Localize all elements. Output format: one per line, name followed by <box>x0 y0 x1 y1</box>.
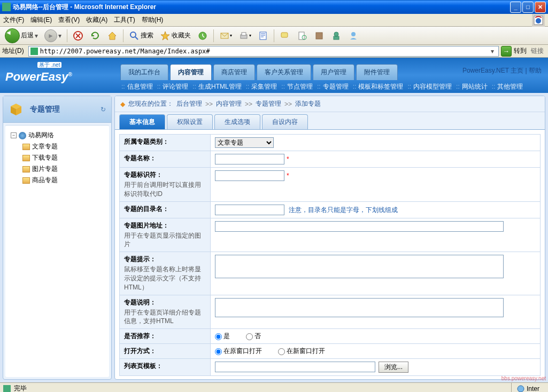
edit-button[interactable] <box>255 28 271 43</box>
print-button[interactable]: ▾ <box>236 28 254 43</box>
subnav-model[interactable]: 内容模型管理 <box>406 82 453 91</box>
nav-tab-crm[interactable]: 客户关系管理 <box>257 64 311 80</box>
back-button[interactable]: ◄后退▾ <box>2 28 41 43</box>
tab-custom[interactable]: 自设内容 <box>262 114 308 129</box>
home-button[interactable] <box>104 28 120 43</box>
breadcrumb-2[interactable]: 专题管理 <box>256 99 281 108</box>
radio-recommend-no[interactable]: 否 <box>246 332 261 340</box>
watermark: bbs.powereasy.net <box>501 375 546 381</box>
subnav-info[interactable]: 信息管理 <box>120 82 154 91</box>
name-input[interactable] <box>215 154 284 164</box>
radio-open-new[interactable]: 在新窗口打开 <box>278 347 325 355</box>
svg-rect-8 <box>260 32 266 40</box>
tab-generate[interactable]: 生成选项 <box>214 114 260 129</box>
subnav-stats[interactable]: 网站统计 <box>455 82 489 91</box>
go-button[interactable]: → <box>501 46 512 57</box>
url-input-box[interactable]: ▾ <box>28 46 499 57</box>
mail-button[interactable]: ▾ <box>217 28 235 43</box>
app-content: 基于 .net PowerEasy® 我的工作台 内容管理 商店管理 客户关系管… <box>0 58 548 382</box>
tab-permission[interactable]: 权限设置 <box>167 114 213 129</box>
collapse-icon[interactable]: − <box>11 132 17 138</box>
refresh-icon[interactable]: ↻ <box>101 106 106 113</box>
subnav-node[interactable]: 节点管理 <box>280 82 314 91</box>
history-button[interactable] <box>195 28 211 43</box>
favorites-button[interactable]: 收藏夹 <box>157 28 194 43</box>
sidebar-title: 专题管理 <box>30 105 60 114</box>
tree-item-product[interactable]: 商品专题 <box>11 175 104 186</box>
note-dirname: 注意，目录名只能是字母，下划线组成 <box>289 206 398 214</box>
tab-basic[interactable]: 基本信息 <box>119 114 165 129</box>
status-bar: 完毕 Inter <box>0 382 548 392</box>
discuss-button[interactable] <box>277 28 293 43</box>
menu-help[interactable]: 帮助(H) <box>142 15 164 25</box>
radio-recommend-yes[interactable]: 是 <box>215 332 230 340</box>
tool-button-1[interactable] <box>311 28 327 43</box>
tree-item-image[interactable]: 图片专题 <box>11 163 104 175</box>
messenger-button[interactable] <box>345 28 361 43</box>
address-label: 地址(D) <box>2 46 24 56</box>
url-input[interactable] <box>40 48 488 55</box>
subnav-html[interactable]: 生成HTML管理 <box>191 82 242 91</box>
svg-rect-12 <box>316 33 322 39</box>
sidebar-tree: − 动易网络 文章专题 下载专题 图片专题 商品专题 <box>5 125 109 377</box>
dotnet-badge: 基于 .net <box>37 62 61 68</box>
svg-point-15 <box>351 32 356 36</box>
tree-item-article[interactable]: 文章专题 <box>11 141 104 152</box>
internet-zone-icon <box>517 385 524 393</box>
subnav-comment[interactable]: 评论管理 <box>156 82 190 91</box>
form-area: 所属专题类别： 文章专题 专题名称： * 专题标识符：用于前台调用时可以直接用标… <box>115 130 545 379</box>
forward-button[interactable]: ►▾ <box>42 28 64 43</box>
menu-view[interactable]: 查看(V) <box>58 15 80 25</box>
nav-tab-attachment[interactable]: 附件管理 <box>356 64 398 80</box>
url-dropdown[interactable]: ▾ <box>488 48 497 55</box>
maximize-button[interactable]: □ <box>522 2 534 13</box>
tree-item-download[interactable]: 下载专题 <box>11 152 104 163</box>
breadcrumb-3: 添加专题 <box>295 99 321 108</box>
template-input[interactable] <box>215 362 375 372</box>
app-icon <box>2 3 11 11</box>
research-button[interactable] <box>294 28 310 43</box>
identifier-input[interactable] <box>215 170 284 181</box>
nav-tab-content[interactable]: 内容管理 <box>170 64 212 80</box>
subnav-template[interactable]: 模板和标签管理 <box>352 82 405 91</box>
main-content: ◆ 您现在的位置： 后台管理>> 内容管理>> 专题管理>> 添加专题 基本信息… <box>114 96 545 380</box>
label-identifier: 专题标识符： <box>124 171 163 178</box>
folder-icon <box>22 177 30 184</box>
stop-button[interactable] <box>70 28 86 43</box>
refresh-button[interactable] <box>87 28 103 43</box>
nav-tab-user[interactable]: 用户管理 <box>313 64 354 80</box>
links-label[interactable]: 链接 <box>529 46 546 56</box>
required-mark: * <box>287 155 289 163</box>
nav-tab-shop[interactable]: 商店管理 <box>213 64 255 80</box>
nav-tab-workspace[interactable]: 我的工作台 <box>120 64 168 80</box>
tree-root-label: 动易网络 <box>28 131 54 140</box>
browse-button[interactable]: 浏览... <box>379 362 408 373</box>
minimize-button[interactable]: _ <box>510 2 521 13</box>
category-select[interactable]: 文章专题 <box>215 137 274 148</box>
close-button[interactable]: ✕ <box>535 2 546 13</box>
subnav-collect[interactable]: 采集管理 <box>245 82 279 91</box>
address-bar: 地址(D) ▾ → 转到 链接 <box>0 45 548 58</box>
menu-favorites[interactable]: 收藏(A) <box>86 15 107 25</box>
desc-textarea[interactable] <box>215 298 504 317</box>
radio-open-same[interactable]: 在原窗口打开 <box>215 347 262 355</box>
hint-image: 用于在专题页显示指定的图片 <box>124 231 206 249</box>
menu-tools[interactable]: 工具(T) <box>114 15 135 25</box>
browser-toolbar: ◄后退▾ ►▾ 搜索 收藏夹 ▾ ▾ <box>0 27 548 45</box>
subnav-other[interactable]: 其他管理 <box>491 82 524 91</box>
image-input[interactable] <box>215 221 504 232</box>
subnav-topic[interactable]: 专题管理 <box>316 82 350 91</box>
dirname-input[interactable] <box>215 205 284 215</box>
menu-file[interactable]: 文件(F) <box>3 15 24 25</box>
breadcrumb-1[interactable]: 内容管理 <box>216 99 242 108</box>
go-label: 转到 <box>514 46 527 56</box>
breadcrumb-0[interactable]: 后台管理 <box>176 99 202 108</box>
tree-root[interactable]: − 动易网络 <box>11 130 104 141</box>
tool-button-2[interactable] <box>328 28 344 43</box>
tip-textarea[interactable] <box>215 255 504 278</box>
help-link[interactable]: 帮助 <box>529 67 542 74</box>
home-link[interactable]: PowerEasy.NET 主页 <box>462 67 523 74</box>
sidebar: 专题管理 ↻ − 动易网络 文章专题 下载专题 图片专题 商品专题 <box>3 96 112 380</box>
search-button[interactable]: 搜索 <box>126 28 156 43</box>
menu-edit[interactable]: 编辑(E) <box>30 15 52 25</box>
